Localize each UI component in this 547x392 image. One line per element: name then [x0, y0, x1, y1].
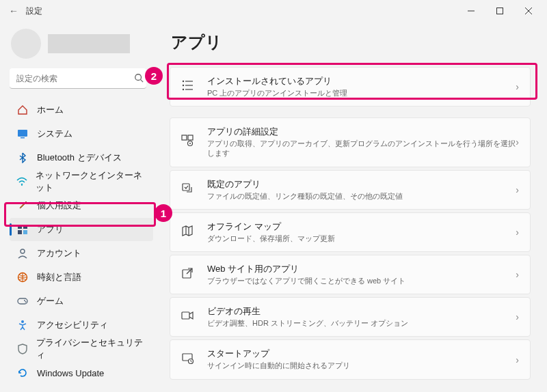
- svg-point-19: [183, 81, 184, 82]
- svg-rect-26: [188, 135, 193, 140]
- svg-point-4: [135, 74, 142, 81]
- username-placeholder: [48, 34, 130, 53]
- card-subtitle: ビデオ調整、HDR ストリーミング、バッテリー オプション: [207, 318, 516, 328]
- sidebar-item-label: アカウント: [37, 247, 81, 260]
- card-default-apps[interactable]: 既定のアプリ ファイルの既定値、リンク種類の既定値、その他の既定値 ›: [170, 170, 531, 210]
- sidebar-item-personalization[interactable]: 個人用設定: [10, 194, 153, 217]
- chevron-right-icon: ›: [516, 81, 519, 92]
- svg-rect-31: [182, 312, 189, 319]
- sidebar-item-time-language[interactable]: 時刻と言語: [10, 266, 153, 289]
- svg-rect-1: [497, 8, 503, 14]
- back-button[interactable]: ←: [4, 5, 23, 16]
- annotation-badge-2: 2: [145, 67, 163, 85]
- sidebar-item-label: ネットワークとインターネット: [36, 169, 146, 194]
- accessibility-icon: [16, 319, 29, 331]
- sidebar: ホーム システム Bluetooth とデバイス ネットワークとインターネット …: [0, 22, 157, 392]
- sidebar-item-label: プライバシーとセキュリティ: [36, 337, 146, 361]
- profile[interactable]: [10, 29, 153, 59]
- sidebar-item-label: ホーム: [37, 104, 64, 116]
- chevron-right-icon: ›: [516, 137, 519, 148]
- chevron-right-icon: ›: [516, 269, 519, 280]
- svg-rect-12: [23, 230, 27, 234]
- sidebar-item-label: アクセシビリティ: [37, 319, 108, 331]
- wifi-icon: [16, 176, 27, 188]
- apps-icon: [16, 223, 29, 236]
- svg-point-23: [183, 89, 184, 90]
- svg-point-13: [21, 249, 25, 253]
- sidebar-item-system[interactable]: システム: [10, 122, 153, 145]
- card-subtitle: サインイン時に自動的に開始されるアプリ: [207, 361, 516, 370]
- svg-point-16: [24, 300, 25, 301]
- sidebar-item-label: 個人用設定: [37, 199, 81, 212]
- brush-icon: [16, 199, 29, 212]
- list-icon: [181, 79, 196, 94]
- default-apps-icon: [181, 182, 196, 197]
- card-offline-maps[interactable]: オフライン マップ ダウンロード、保存場所、マップ更新 ›: [170, 212, 531, 252]
- card-subtitle: アプリの取得、アプリのアーカイブ、更新プログラムのアンインストールを行う場所を選…: [207, 139, 516, 158]
- content-pane: アプリ インストールされているアプリ PC 上のアプリのアンインストールと管理 …: [157, 22, 547, 392]
- sidebar-item-privacy[interactable]: プライバシーとセキュリティ: [10, 337, 153, 361]
- shield-icon: [16, 343, 28, 355]
- card-startup[interactable]: スタートアップ サインイン時に自動的に開始されるアプリ ›: [170, 339, 531, 379]
- card-subtitle: ファイルの既定値、リンク種類の既定値、その他の既定値: [207, 191, 516, 201]
- svg-rect-10: [23, 225, 27, 229]
- svg-point-17: [25, 301, 27, 303]
- avatar: [11, 29, 41, 59]
- svg-point-28: [189, 143, 191, 144]
- external-link-icon: [181, 267, 196, 282]
- card-title: インストールされているアプリ: [207, 76, 516, 87]
- svg-point-8: [21, 184, 23, 186]
- sidebar-item-accessibility[interactable]: アクセシビリティ: [10, 313, 153, 337]
- annotation-badge-1: 1: [155, 204, 172, 222]
- card-title: ビデオの再生: [207, 306, 516, 318]
- svg-rect-7: [21, 137, 25, 139]
- card-title: オフライン マップ: [207, 221, 516, 233]
- card-title: アプリの詳細設定: [207, 126, 516, 138]
- startup-icon: [181, 352, 196, 367]
- sidebar-item-label: ゲーム: [37, 295, 64, 307]
- svg-rect-9: [18, 225, 22, 229]
- card-subtitle: ダウンロード、保存場所、マップ更新: [207, 234, 516, 243]
- sidebar-item-apps[interactable]: アプリ: [10, 218, 153, 241]
- svg-point-21: [183, 85, 184, 86]
- chevron-right-icon: ›: [516, 354, 519, 365]
- svg-rect-25: [182, 135, 187, 140]
- card-video-playback[interactable]: ビデオの再生 ビデオ調整、HDR ストリーミング、バッテリー オプション ›: [170, 297, 531, 337]
- card-installed-apps[interactable]: インストールされているアプリ PC 上のアプリのアンインストールと管理 ›: [170, 67, 531, 107]
- page-title: アプリ: [171, 31, 531, 53]
- card-title: 既定のアプリ: [207, 179, 516, 191]
- sidebar-item-windows-update[interactable]: Windows Update: [10, 361, 153, 384]
- gear-apps-icon: [181, 135, 196, 150]
- sidebar-item-home[interactable]: ホーム: [10, 98, 153, 122]
- sidebar-item-label: システム: [37, 128, 72, 140]
- svg-line-5: [141, 80, 144, 83]
- svg-rect-6: [18, 130, 27, 137]
- chevron-right-icon: ›: [516, 184, 519, 195]
- card-subtitle: ブラウザーではなくアプリで開くことができる web サイト: [207, 276, 516, 285]
- map-icon: [181, 225, 196, 240]
- card-title: スタートアップ: [207, 348, 516, 360]
- sidebar-item-accounts[interactable]: アカウント: [10, 242, 153, 265]
- video-icon: [181, 310, 196, 324]
- sidebar-item-network[interactable]: ネットワークとインターネット: [10, 170, 153, 193]
- svg-point-18: [21, 320, 24, 323]
- card-advanced-settings[interactable]: アプリの詳細設定 アプリの取得、アプリのアーカイブ、更新プログラムのアンインスト…: [170, 117, 531, 167]
- search-input[interactable]: [10, 68, 146, 89]
- sidebar-item-gaming[interactable]: ゲーム: [10, 290, 153, 313]
- svg-rect-29: [183, 184, 189, 191]
- card-websites-apps[interactable]: Web サイト用のアプリ ブラウザーではなくアプリで開くことができる web サ…: [170, 255, 531, 294]
- sidebar-item-label: アプリ: [37, 223, 64, 236]
- chevron-right-icon: ›: [516, 227, 519, 238]
- minimize-button[interactable]: [457, 1, 485, 20]
- update-icon: [16, 367, 29, 379]
- sidebar-item-bluetooth[interactable]: Bluetooth とデバイス: [10, 146, 153, 169]
- sidebar-item-label: Windows Update: [37, 368, 104, 378]
- sidebar-item-label: Bluetooth とデバイス: [37, 152, 122, 164]
- titlebar: ← 設定: [0, 0, 547, 22]
- card-title: Web サイト用のアプリ: [207, 264, 516, 275]
- search-icon: [134, 73, 144, 85]
- home-icon: [16, 104, 29, 116]
- close-button[interactable]: [514, 1, 543, 20]
- card-subtitle: PC 上のアプリのアンインストールと管理: [207, 88, 516, 98]
- maximize-button[interactable]: [485, 1, 514, 20]
